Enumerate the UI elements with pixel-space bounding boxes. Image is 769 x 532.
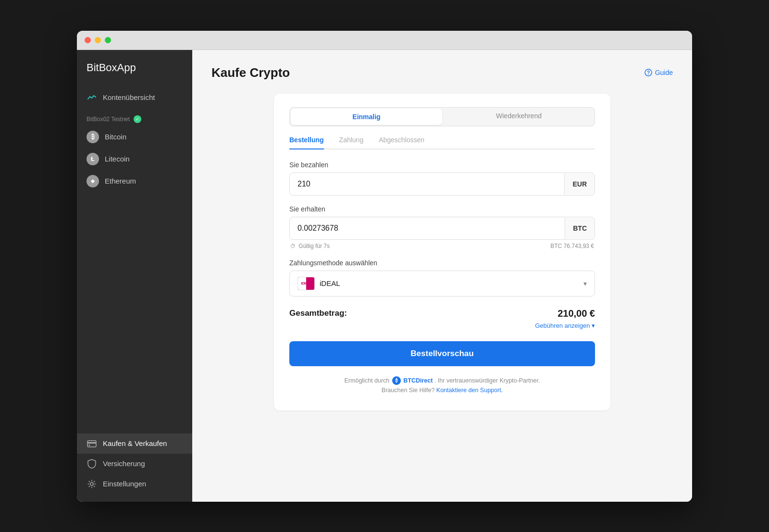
svg-text:?: ?: [647, 70, 650, 75]
buy-sell-icon: [87, 438, 97, 449]
tab-order-label: Bestellung: [289, 136, 324, 144]
receive-input[interactable]: [290, 217, 565, 239]
minimize-button[interactable]: [95, 37, 101, 43]
ideal-text: iDEAL: [301, 281, 311, 285]
maximize-button[interactable]: [105, 37, 111, 43]
sidebar-label-bitcoin: Bitcoin: [105, 133, 126, 141]
fees-link[interactable]: Gebühren anzeigen ▾: [289, 321, 595, 330]
tab-order[interactable]: Bestellung: [289, 136, 324, 149]
pay-input[interactable]: [290, 173, 564, 195]
tab-recurring-label: Wiederkehrend: [496, 112, 542, 120]
btcdirect-icon: ₿: [392, 376, 401, 385]
tab-recurring[interactable]: Wiederkehrend: [443, 108, 595, 126]
payment-method-left: iDEAL iDEAL: [298, 277, 340, 290]
total-row: Gesamtbetrag: 210,00 €: [289, 308, 595, 319]
sidebar-label-ethereum: Ethereum: [105, 177, 136, 185]
guide-link[interactable]: ? Guide: [645, 69, 673, 76]
logo-light: App: [117, 62, 136, 74]
tab-once-label: Einmalig: [352, 113, 380, 121]
footer-text-1: Ermöglicht durch: [345, 377, 390, 384]
sidebar-item-litecoin[interactable]: Ł Litecoin: [77, 148, 192, 170]
svg-rect-0: [87, 441, 96, 447]
footer-brand: BTCDirect: [403, 377, 433, 384]
svg-point-2: [89, 445, 90, 446]
total-value: 210,00 €: [558, 308, 595, 319]
litecoin-icon: Ł: [87, 153, 99, 165]
overview-icon: [87, 92, 97, 103]
guide-label: Guide: [655, 69, 673, 76]
app-body: BitBoxApp Kontenübersicht BitBox02 Testn…: [77, 50, 692, 502]
close-button[interactable]: [85, 37, 91, 43]
sidebar: BitBoxApp Kontenübersicht BitBox02 Testn…: [77, 50, 192, 502]
pay-currency: EUR: [564, 173, 595, 195]
sidebar-item-ethereum[interactable]: ◆ Ethereum: [77, 170, 192, 192]
tab-payment[interactable]: Zahlung: [339, 136, 364, 149]
app-window: BitBoxApp Kontenübersicht BitBox02 Testn…: [77, 31, 692, 502]
sidebar-item-overview[interactable]: Kontenübersicht: [77, 87, 192, 108]
form-card: Einmalig Wiederkehrend Bestellung Zahlun…: [274, 94, 610, 410]
svg-point-3: [90, 483, 93, 485]
receive-input-row: BTC: [289, 217, 595, 240]
footer: Ermöglicht durch ₿ BTCDirect . Ihr vertr…: [289, 376, 595, 395]
bitcoin-icon: ₿: [87, 131, 99, 143]
validity-text-value: Gültig für 7s: [298, 243, 330, 249]
sidebar-label-litecoin: Litecoin: [105, 155, 130, 163]
fees-link-text[interactable]: Gebühren anzeigen ▾: [535, 322, 595, 329]
sidebar-item-settings[interactable]: Einstellungen: [77, 474, 192, 494]
main-content: Kaufe Crypto ? Guide Einmalig Wiede: [192, 50, 692, 502]
titlebar: [77, 31, 692, 50]
sidebar-label-overview: Kontenübersicht: [103, 93, 155, 101]
payment-method-dropdown[interactable]: iDEAL iDEAL ▾: [289, 271, 595, 297]
settings-icon: [87, 479, 97, 489]
tab-payment-label: Zahlung: [339, 136, 364, 144]
traffic-lights: [85, 37, 111, 43]
validity-text: ⏱ Gültig für 7s: [290, 243, 330, 249]
insurance-icon: [87, 458, 97, 469]
validity-row: ⏱ Gültig für 7s BTC 76.743,93 €: [289, 243, 595, 249]
payment-method-value: iDEAL: [320, 279, 340, 287]
tab-completed[interactable]: Abgeschlossen: [379, 136, 424, 149]
page-title: Kaufe Crypto: [211, 65, 290, 80]
sidebar-bottom: Kaufen & Verkaufen Versicherung: [77, 433, 192, 502]
pay-label: Sie bezahlen: [289, 161, 595, 169]
tab-completed-label: Abgeschlossen: [379, 136, 424, 144]
device-badge: ✓: [134, 115, 141, 123]
sidebar-label-insurance: Versicherung: [103, 459, 145, 468]
sidebar-item-insurance[interactable]: Versicherung: [77, 454, 192, 474]
receive-label: Sie erhalten: [289, 205, 595, 213]
pay-input-row: EUR: [289, 173, 595, 196]
dropdown-chevron-icon: ▾: [583, 280, 587, 287]
receive-currency: BTC: [565, 218, 595, 239]
svg-rect-1: [87, 442, 96, 444]
sidebar-item-buy-sell[interactable]: Kaufen & Verkaufen: [77, 433, 192, 454]
total-label: Gesamtbetrag:: [289, 309, 347, 318]
footer-help: Brauchen Sie Hilfe?: [382, 387, 434, 394]
ideal-logo: iDEAL: [298, 277, 315, 290]
sidebar-label-settings: Einstellungen: [103, 480, 146, 488]
footer-text-2: . Ihr vertrauenswürdiger Krypto-Partner.: [434, 377, 540, 384]
payment-method-label: Zahlungsmethode auswählen: [289, 259, 595, 267]
logo-bold: BitBox: [87, 62, 117, 74]
tab-row-1: Einmalig Wiederkehrend: [289, 107, 595, 126]
tab-row-2: Bestellung Zahlung Abgeschlossen: [289, 136, 595, 149]
btc-rate: BTC 76.743,93 €: [550, 243, 594, 249]
order-preview-button[interactable]: Bestellvorschau: [289, 341, 595, 366]
main-header: Kaufe Crypto ? Guide: [211, 65, 673, 80]
guide-icon: ?: [645, 69, 652, 76]
sidebar-item-bitcoin[interactable]: ₿ Bitcoin: [77, 126, 192, 148]
device-label: BitBox02 Testnet: [87, 116, 130, 123]
order-preview-label: Bestellvorschau: [410, 349, 473, 358]
support-link[interactable]: Kontaktiere den Support.: [436, 387, 503, 394]
ethereum-icon: ◆: [87, 175, 99, 187]
tab-once[interactable]: Einmalig: [291, 109, 442, 125]
sidebar-label-buy-sell: Kaufen & Verkaufen: [103, 439, 167, 447]
clock-icon: ⏱: [290, 243, 296, 249]
device-section: BitBox02 Testnet ✓: [77, 108, 192, 126]
sidebar-logo: BitBoxApp: [77, 62, 192, 87]
